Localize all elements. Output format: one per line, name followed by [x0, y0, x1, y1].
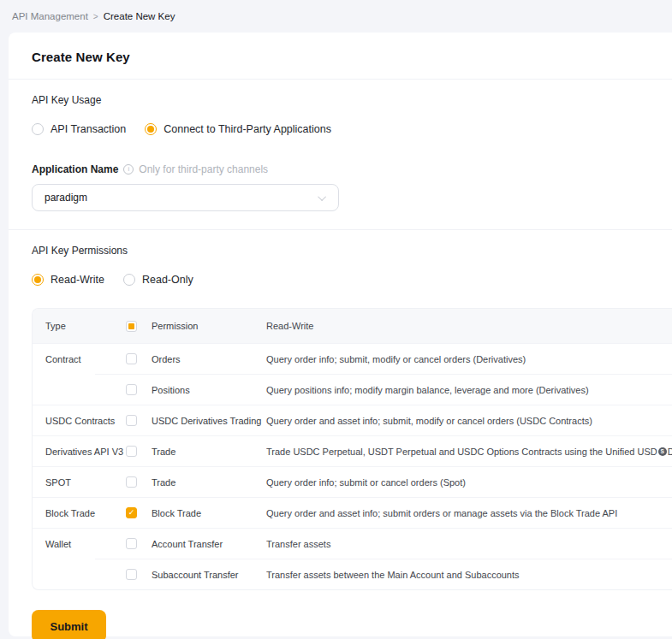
- cell-description: Transfer assets between the Main Account…: [266, 570, 672, 580]
- breadcrumb: API Management > Create New Key: [0, 0, 672, 33]
- radio-option-label: API Transaction: [51, 123, 126, 135]
- cell-description: Transfer assets: [266, 539, 672, 549]
- breadcrumb-separator: >: [93, 12, 98, 21]
- table-row: SPOTTradeQuery order info; submit or can…: [33, 466, 672, 497]
- chevron-down-icon: [318, 192, 326, 201]
- radio-unselected-icon[interactable]: [32, 123, 44, 135]
- cell-permission: Block Trade: [152, 508, 266, 518]
- table-row: USDC ContractsUSDC Derivatives TradingQu…: [33, 405, 672, 435]
- application-name-select[interactable]: paradigm: [32, 184, 339, 211]
- cell-type: SPOT: [33, 477, 126, 488]
- select-all-checkbox[interactable]: [126, 321, 137, 332]
- header-type: Type: [33, 321, 126, 331]
- table-row: Subaccount TransferTransfer assets betwe…: [33, 559, 672, 589]
- api-key-usage-label: API Key Usage: [32, 94, 672, 106]
- radio-option-label: Read-Write: [51, 274, 104, 286]
- cell-description: Query order info; submit or cancel order…: [266, 477, 672, 488]
- permissions-table-header: Type Permission Read-Write: [33, 309, 672, 343]
- cell-description: Trade USDC Perpetual, USDT Perpetual and…: [266, 447, 672, 457]
- table-row: PositionsQuery positions info; modify ma…: [33, 374, 672, 405]
- breadcrumb-parent-link[interactable]: API Management: [12, 11, 88, 21]
- submit-button[interactable]: Submit: [32, 610, 106, 639]
- cell-type: Contract: [33, 354, 126, 364]
- permission-checkbox[interactable]: [126, 569, 137, 580]
- permissions-table-body: ContractOrdersQuery order info; submit, …: [33, 343, 672, 589]
- cell-permission: Positions: [152, 385, 266, 395]
- permissions-radio-group: Read-WriteRead-Only: [32, 274, 672, 286]
- usds-coin-icon: S: [658, 447, 667, 456]
- divider: [9, 229, 672, 230]
- cell-permission: Subaccount Transfer: [152, 570, 266, 580]
- table-row: WalletAccount TransferTransfer assets: [33, 528, 672, 559]
- cell-type: Derivatives API V3: [33, 447, 126, 457]
- radio-option[interactable]: Read-Write: [32, 274, 104, 286]
- cell-description: Query order and asset info; submit, modi…: [266, 416, 672, 426]
- cell-permission: Trade: [152, 447, 266, 457]
- application-name-hint: Only for third-party channels: [139, 163, 268, 175]
- radio-option[interactable]: Read-Only: [123, 274, 193, 286]
- radio-unselected-icon[interactable]: [123, 274, 135, 286]
- page-title: Create New Key: [9, 33, 672, 79]
- cell-type: USDC Contracts: [33, 416, 126, 426]
- radio-selected-icon[interactable]: [32, 274, 44, 286]
- usage-radio-group: API TransactionConnect to Third-Party Ap…: [32, 123, 672, 135]
- table-row: Derivatives API V3TradeTrade USDC Perpet…: [33, 435, 672, 466]
- application-name-label: Application Name: [32, 163, 118, 175]
- cell-description: Query order info; submit, modify or canc…: [266, 354, 672, 364]
- application-name-section: Application Name i Only for third-party …: [9, 163, 672, 211]
- radio-option-label: Read-Only: [142, 274, 193, 286]
- radio-option[interactable]: API Transaction: [32, 123, 126, 135]
- table-row: ContractOrdersQuery order info; submit, …: [33, 343, 672, 374]
- cell-description: Query positions info; modify margin bala…: [266, 385, 672, 395]
- permissions-table: Type Permission Read-Write ContractOrder…: [32, 308, 672, 590]
- api-key-permissions-label: API Key Permissions: [32, 245, 672, 257]
- permission-checkbox[interactable]: [126, 384, 137, 395]
- header-mode: Read-Write: [266, 321, 672, 331]
- permission-checkbox[interactable]: [126, 415, 137, 426]
- cell-description: Query order and asset info; submit order…: [266, 508, 672, 518]
- permission-checkbox-checked[interactable]: ✓: [126, 507, 137, 518]
- radio-selected-icon[interactable]: [145, 123, 157, 135]
- radio-option-label: Connect to Third-Party Applications: [164, 123, 331, 135]
- cell-permission: Orders: [152, 354, 266, 364]
- api-key-usage-section: API Key Usage API TransactionConnect to …: [9, 94, 672, 135]
- api-key-permissions-section: API Key Permissions Read-WriteRead-Only: [9, 245, 672, 286]
- permission-checkbox[interactable]: [126, 476, 137, 488]
- cell-permission: USDC Derivatives Trading: [152, 416, 266, 426]
- permission-checkbox[interactable]: [126, 538, 137, 549]
- permission-checkbox[interactable]: [126, 353, 137, 364]
- cell-type: Wallet: [33, 539, 126, 549]
- cell-type: Block Trade: [33, 508, 126, 518]
- breadcrumb-current: Create New Key: [104, 11, 175, 21]
- radio-option[interactable]: Connect to Third-Party Applications: [145, 123, 331, 135]
- cell-permission: Trade: [152, 477, 266, 488]
- create-key-card: Create New Key API Key Usage API Transac…: [9, 33, 672, 636]
- cell-permission: Account Transfer: [152, 539, 266, 549]
- header-permission: Permission: [152, 321, 266, 331]
- divider: [9, 79, 672, 80]
- table-row: Block Trade✓Block TradeQuery order and a…: [33, 497, 672, 528]
- info-icon: i: [123, 164, 134, 175]
- permission-checkbox[interactable]: [126, 446, 137, 457]
- application-name-value: paradigm: [45, 192, 87, 204]
